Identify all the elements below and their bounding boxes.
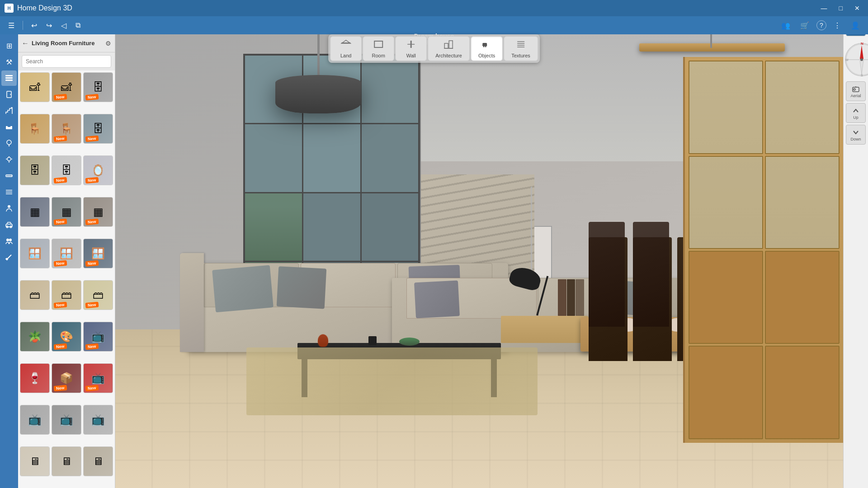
icon-build[interactable] xyxy=(1,249,17,265)
plant-small xyxy=(399,338,420,346)
cabinet-glass-door xyxy=(765,61,840,154)
new-badge: New xyxy=(54,260,67,267)
furniture-item[interactable]: 🗃 xyxy=(20,280,50,310)
nav-tab-wall[interactable]: Wall xyxy=(395,36,427,61)
furniture-item[interactable]: 🗄 New xyxy=(83,72,113,102)
undo-button[interactable]: ↩ xyxy=(28,19,40,32)
furniture-item[interactable]: 🪟 xyxy=(20,239,50,268)
furniture-item[interactable]: 📺 xyxy=(52,405,81,435)
new-badge: New xyxy=(85,385,99,391)
people-button[interactable]: 👥 xyxy=(778,19,793,32)
nav-tab-objects[interactable]: Objects xyxy=(471,36,503,61)
furniture-item[interactable]: 🗃 New xyxy=(52,280,81,310)
icon-door[interactable] xyxy=(1,87,17,102)
furniture-item[interactable]: 📺 xyxy=(20,405,50,435)
titlebar-controls: — □ ✕ xyxy=(817,4,863,13)
close-button[interactable]: ✕ xyxy=(851,4,863,13)
furniture-item[interactable]: 🪑 New xyxy=(52,114,81,144)
icon-texture[interactable] xyxy=(1,184,17,200)
cabinet-shelves xyxy=(685,57,843,442)
new-badge: New xyxy=(54,302,67,308)
svg-point-24 xyxy=(7,140,11,145)
furniture-item[interactable]: ▦ xyxy=(20,197,50,227)
redo-button[interactable]: ↪ xyxy=(43,19,55,32)
panel: ← Living Room Furniture ⚙ 🛋 🛋 New 🗄 New xyxy=(18,34,115,488)
furniture-item[interactable]: 🗄 New xyxy=(83,114,113,144)
furniture-item[interactable]: 📦 New xyxy=(52,363,81,393)
icon-plant[interactable] xyxy=(1,136,17,151)
furniture-item[interactable]: 🖥 xyxy=(52,446,81,476)
icon-vehicle[interactable] xyxy=(1,217,17,232)
icon-light[interactable] xyxy=(1,152,17,167)
furniture-item[interactable]: ▦ New xyxy=(83,197,113,227)
icon-person[interactable] xyxy=(1,201,17,216)
new-badge: New xyxy=(85,219,99,225)
furniture-item[interactable]: 📺 New xyxy=(83,322,113,352)
new-badge: New xyxy=(54,136,67,142)
right-header-buttons: 👥 🛒 ? ⋮ 👤 xyxy=(778,19,863,32)
nav-tab-textures[interactable]: Textures xyxy=(504,36,538,61)
main-3d-view[interactable] xyxy=(115,34,843,488)
account-button[interactable]: 👤 xyxy=(848,19,863,32)
nav-tab-objects-label: Objects xyxy=(478,53,495,58)
nav-tab-land-label: Land xyxy=(340,53,351,58)
nav-tab-architecture-label: Architecture xyxy=(435,53,462,58)
furniture-item[interactable]: 🖥 xyxy=(83,446,113,476)
furniture-item[interactable]: 🗄 xyxy=(20,155,50,185)
right-toolbar: 2D N S E W Aerial Up Down xyxy=(843,16,868,488)
svg-rect-23 xyxy=(10,126,12,127)
menu-button[interactable]: ☰ xyxy=(5,19,17,32)
help-button[interactable]: ? xyxy=(816,20,826,30)
panel-back-button[interactable]: ← xyxy=(22,39,29,47)
furniture-item[interactable]: 🪑 xyxy=(20,114,50,144)
down-label: Down xyxy=(850,137,861,141)
lamp-shade xyxy=(275,75,361,113)
icon-group[interactable] xyxy=(1,233,17,249)
search-input[interactable] xyxy=(22,55,111,68)
view-up-button[interactable]: Up xyxy=(846,103,866,123)
new-badge: New xyxy=(54,177,67,183)
furniture-item[interactable]: 🎨 New xyxy=(52,322,81,352)
sidebar: ⊞ ⚒ xyxy=(0,34,115,488)
icon-tools[interactable]: ⚒ xyxy=(1,54,17,70)
maximize-button[interactable]: □ xyxy=(835,4,846,13)
nav-tab-wall-label: Wall xyxy=(406,53,416,58)
aerial-view-button[interactable]: Aerial xyxy=(846,81,866,101)
nav-tab-architecture[interactable]: Architecture xyxy=(428,36,470,61)
svg-point-56 xyxy=(860,58,863,61)
nav-tab-land[interactable]: Land xyxy=(330,36,362,61)
panel-settings-button[interactable]: ⚙ xyxy=(105,40,111,47)
furniture-item[interactable]: 🪟 New xyxy=(83,239,113,268)
nav-tab-room[interactable]: Room xyxy=(363,36,394,61)
furniture-item[interactable]: 🍷 xyxy=(20,363,50,393)
icon-stair[interactable] xyxy=(1,103,17,118)
toolbar-separator xyxy=(23,21,23,30)
furniture-item[interactable]: 📺 New xyxy=(83,363,113,393)
nav-row: Land Room Wall Architecture Objects Text… xyxy=(328,34,540,63)
furniture-item[interactable]: 🛋 xyxy=(20,72,50,102)
shop-button[interactable]: 🛒 xyxy=(797,19,812,32)
furniture-item[interactable]: 🪴 xyxy=(20,322,50,352)
view-down-button[interactable]: Down xyxy=(846,125,866,145)
icon-layers[interactable] xyxy=(1,70,17,86)
icon-floor[interactable]: ⊞ xyxy=(1,38,17,53)
furniture-item[interactable]: 🪞 New xyxy=(83,155,113,185)
candle xyxy=(368,336,377,345)
dining-chair-back xyxy=(633,222,669,327)
furniture-item[interactable]: ▦ New xyxy=(52,197,81,227)
copy-button[interactable]: ⧉ xyxy=(73,19,83,31)
up-label: Up xyxy=(853,115,859,120)
furniture-item[interactable]: 📺 xyxy=(83,405,113,435)
furniture-item[interactable]: 🗄 New xyxy=(52,155,81,185)
furniture-item[interactable]: 🖥 xyxy=(20,446,50,476)
land-icon xyxy=(340,39,351,52)
svg-rect-6 xyxy=(449,41,453,48)
furniture-item[interactable]: 🛋 New xyxy=(52,72,81,102)
furniture-item[interactable]: 🗃 New xyxy=(83,280,113,310)
icon-furniture[interactable] xyxy=(1,119,17,135)
back-button[interactable]: ◁ xyxy=(58,19,69,32)
icon-measure[interactable] xyxy=(1,168,17,183)
more-options-button[interactable]: ⋮ xyxy=(831,19,844,32)
minimize-button[interactable]: — xyxy=(817,4,831,13)
furniture-item[interactable]: 🪟 New xyxy=(52,239,81,268)
